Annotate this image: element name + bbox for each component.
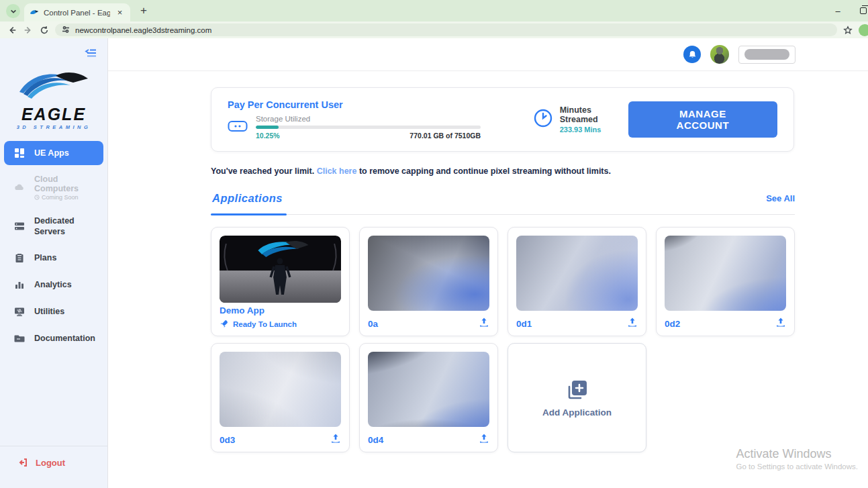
upload-icon	[775, 317, 786, 328]
add-application-label: Add Application	[542, 407, 612, 418]
applications-header: Applications See All	[211, 192, 795, 215]
minutes-streamed-section: Minutes Streamed 233.93 Mins	[534, 105, 628, 134]
remove-capping-link[interactable]: Click here	[317, 166, 357, 176]
sidebar-item-analytics[interactable]: Analytics	[4, 273, 103, 296]
sidebar-collapse-icon[interactable]	[85, 48, 97, 61]
add-application-card[interactable]: Add Application	[508, 343, 646, 452]
app-name: 0d1	[516, 319, 532, 329]
upload-icon	[627, 317, 638, 328]
topbar	[108, 38, 868, 71]
browser-url-bar: newcontrolpanel.eagle3dstreaming.com	[0, 21, 868, 38]
cloud-icon	[13, 181, 26, 193]
username-box[interactable]	[738, 46, 795, 64]
sidebar-item-cloud-computers[interactable]: Cloud Computers Coming Soon	[4, 169, 103, 206]
sidebar-item-dedicated-servers[interactable]: Dedicated Servers	[4, 210, 103, 243]
storage-progress-fill	[256, 126, 279, 129]
brand-logo: EAGLE 3D STREAMING	[0, 66, 107, 130]
watermark-subtitle: Go to Settings to activate Windows.	[736, 462, 858, 471]
app-thumbnail	[516, 236, 638, 311]
reload-button[interactable]	[39, 25, 50, 36]
sidebar-item-label: Plans	[34, 253, 56, 262]
sidebar-item-plans[interactable]: Plans	[4, 246, 103, 269]
storage-section: Pay Per Concurrent User Storage Utilized…	[228, 99, 499, 140]
app-card-0d3[interactable]: 0d3	[211, 343, 350, 452]
minutes-value: 233.93 Mins	[560, 126, 628, 134]
upload-button[interactable]	[627, 317, 638, 330]
upload-button[interactable]	[775, 317, 786, 330]
tab-close-icon[interactable]: ×	[115, 7, 125, 17]
logout-button[interactable]: Logout	[0, 446, 107, 488]
tab-applications[interactable]: Applications	[211, 192, 284, 211]
sidebar-item-ue-apps[interactable]: UE Apps	[4, 141, 103, 165]
brand-name: EAGLE	[0, 107, 107, 122]
upload-button[interactable]	[479, 433, 489, 446]
app-thumbnail	[368, 236, 489, 311]
sidebar-item-utilities[interactable]: Utilities	[4, 300, 103, 323]
limit-notice: You've reached your limit. Click here to…	[211, 166, 795, 176]
bookmark-star-icon[interactable]	[842, 25, 853, 36]
window-restore-button[interactable]	[860, 7, 867, 14]
user-avatar[interactable]	[710, 45, 729, 64]
app-card-0d1[interactable]: 0d1	[508, 227, 646, 336]
plan-title: Pay Per Concurrent User	[228, 99, 499, 110]
page-content: Pay Per Concurrent User Storage Utilized…	[108, 71, 868, 488]
site-settings-icon[interactable]	[62, 24, 70, 36]
app-name: 0d4	[368, 435, 383, 445]
sidebar-item-label: Cloud Computers	[34, 175, 79, 193]
bar-chart-icon	[13, 279, 26, 291]
clock-small-icon	[34, 195, 40, 200]
browser-tab-strip: Control Panel - Eagle × + –	[0, 0, 868, 21]
app-status-text: Ready To Launch	[233, 320, 297, 328]
window-minimize-button[interactable]: –	[833, 6, 842, 16]
server-icon	[13, 220, 26, 232]
window-controls: –	[833, 0, 868, 21]
app-card-0d4[interactable]: 0d4	[359, 343, 498, 452]
url-text: newcontrolpanel.eagle3dstreaming.com	[75, 26, 211, 34]
storage-progress-bar	[256, 126, 481, 129]
sidebar-nav: UE Apps Cloud Computers Coming Soon Dedi…	[0, 141, 107, 350]
browser-profile-avatar[interactable]	[859, 24, 868, 36]
limit-notice-pre: You've reached your limit.	[211, 166, 317, 176]
app-thumbnail	[665, 236, 786, 311]
see-all-link[interactable]: See All	[766, 193, 795, 203]
eagle-logo-icon	[17, 66, 91, 104]
new-tab-button[interactable]: +	[136, 3, 152, 19]
storage-label: Storage Utilized	[256, 115, 499, 123]
sidebar-item-label: Analytics	[34, 280, 72, 289]
chevron-down-icon	[10, 8, 17, 15]
address-bar[interactable]: newcontrolpanel.eagle3dstreaming.com	[55, 23, 837, 36]
storage-percent: 10.25%	[256, 132, 280, 140]
upload-button[interactable]	[330, 433, 341, 446]
app-thumbnail	[220, 352, 341, 427]
storage-detail: 770.01 GB of 7510GB	[409, 132, 481, 140]
upload-icon	[479, 317, 489, 328]
browser-tab[interactable]: Control Panel - Eagle ×	[24, 3, 130, 21]
sidebar-item-label: Dedicated Servers	[34, 215, 97, 238]
rocket-icon	[220, 320, 228, 328]
app-card-0d2[interactable]: 0d2	[656, 227, 795, 336]
app-card-demo[interactable]: Demo App Ready To Launch	[211, 227, 350, 336]
upload-button[interactable]	[479, 317, 489, 330]
notifications-button[interactable]	[683, 46, 701, 63]
forward-button[interactable]	[23, 25, 34, 36]
apps-grid-icon	[13, 147, 26, 159]
app-card-0a[interactable]: 0a	[359, 227, 498, 336]
sidebar-item-documentation[interactable]: Documentation	[4, 327, 103, 350]
back-button[interactable]	[7, 25, 17, 36]
eagle-favicon	[30, 8, 39, 17]
logout-icon	[17, 457, 28, 468]
coming-soon-badge: Coming Soon	[34, 194, 97, 201]
sidebar-item-label: Documentation	[34, 334, 95, 343]
main-area: Pay Per Concurrent User Storage Utilized…	[108, 38, 868, 488]
app-frame: EAGLE 3D STREAMING UE Apps Cloud Compute…	[0, 38, 868, 488]
demo-app-thumbnail	[220, 236, 341, 303]
app-name: 0d3	[220, 435, 235, 445]
limit-notice-post: to remove capping and continue pixel str…	[356, 166, 611, 176]
tab-search-button[interactable]	[6, 4, 20, 18]
manage-account-button[interactable]: MANAGE ACCOUNT	[628, 101, 777, 138]
bell-icon	[688, 50, 697, 59]
username-redacted	[744, 49, 789, 60]
app-status: Ready To Launch	[220, 320, 341, 328]
app-thumbnail	[368, 352, 489, 427]
upload-icon	[330, 433, 341, 444]
